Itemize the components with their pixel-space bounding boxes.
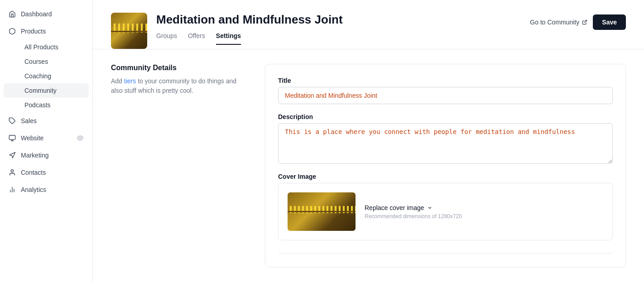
tag-icon (8, 117, 16, 125)
monitor-icon (8, 134, 16, 142)
go-to-community-button[interactable]: Go to Community (530, 19, 587, 26)
description-label: Description (278, 113, 613, 120)
sidebar-sub-item-community[interactable]: Community (4, 83, 89, 98)
replace-cover-hint: Recommended dimensions of 1280x720 (365, 213, 462, 220)
sidebar-item-contacts[interactable]: Contacts (0, 164, 92, 181)
replace-cover-button[interactable]: Replace cover image (365, 204, 462, 211)
sidebar-sub-item-courses[interactable]: Courses (4, 54, 89, 69)
sidebar-item-label: Sales (21, 117, 37, 124)
save-button[interactable]: Save (593, 14, 626, 30)
page-header-actions: Go to Community Save (530, 13, 626, 30)
cover-image-box: Replace cover image Recommended dimensio… (278, 183, 613, 240)
replace-cover-label: Replace cover image (365, 204, 424, 211)
form-divider (278, 253, 613, 253)
megaphone-icon (8, 151, 16, 159)
cover-image-label: Cover Image (278, 173, 613, 180)
section-title: Community Details (111, 64, 247, 72)
section-description: Community Details Add tiers to your comm… (111, 64, 247, 268)
sidebar-item-label: Products (21, 28, 46, 35)
community-settings-form: Title Description Cover Image (265, 64, 626, 268)
cover-image-field-group: Cover Image Replace cover image (278, 173, 613, 240)
sidebar-sub-item-podcasts[interactable]: Podcasts (4, 98, 89, 112)
sidebar-item-label: Dashboard (21, 10, 52, 18)
product-thumbnail (111, 13, 147, 49)
tab-groups[interactable]: Groups (156, 32, 177, 45)
title-input[interactable] (278, 87, 613, 104)
sidebar-item-dashboard[interactable]: Dashboard (0, 5, 92, 23)
title-field-group: Title (278, 77, 613, 104)
tiers-link[interactable]: tiers (124, 77, 136, 85)
go-to-community-label: Go to Community (530, 19, 579, 26)
svg-point-4 (79, 137, 81, 139)
svg-line-9 (584, 20, 587, 23)
sidebar-sub-item-coaching[interactable]: Coaching (4, 69, 89, 83)
cover-info: Replace cover image Recommended dimensio… (365, 204, 462, 220)
cover-thumbnail (288, 192, 356, 231)
description-field-group: Description (278, 113, 613, 164)
bar-chart-icon (8, 186, 16, 194)
page-tabs: Groups Offers Settings (156, 32, 521, 45)
eye-icon (76, 134, 84, 142)
sidebar-item-products[interactable]: Products (0, 23, 92, 40)
sidebar-item-website[interactable]: Website (0, 129, 92, 147)
content-area: Community Details Add tiers to your comm… (93, 49, 644, 282)
sidebar-item-marketing[interactable]: Marketing (0, 147, 92, 164)
tab-settings[interactable]: Settings (216, 32, 241, 45)
title-label: Title (278, 77, 613, 84)
svg-point-5 (11, 170, 13, 172)
sidebar: Dashboard Products All Products Courses … (0, 0, 93, 282)
sidebar-sub-item-all-products[interactable]: All Products (4, 40, 89, 54)
external-link-icon (582, 19, 587, 25)
cube-icon (8, 27, 16, 35)
sidebar-item-sales[interactable]: Sales (0, 112, 92, 129)
main-content: Meditation and Mindfulness Joint Groups … (93, 0, 644, 282)
person-circle-icon (8, 168, 16, 177)
svg-rect-1 (9, 135, 15, 139)
page-header-info: Meditation and Mindfulness Joint Groups … (156, 13, 521, 45)
house-icon (8, 10, 16, 18)
sidebar-item-label: Contacts (21, 169, 46, 176)
sidebar-item-analytics[interactable]: Analytics (0, 181, 92, 198)
sidebar-item-label: Analytics (21, 186, 46, 193)
page-title: Meditation and Mindfulness Joint (156, 13, 521, 27)
description-textarea[interactable] (278, 123, 613, 164)
section-desc: Add tiers to your community to do things… (111, 76, 247, 96)
sidebar-item-label: Website (21, 134, 43, 142)
chevron-down-icon (427, 205, 433, 210)
page-header: Meditation and Mindfulness Joint Groups … (93, 0, 644, 49)
sidebar-item-label: Marketing (21, 152, 48, 159)
tab-offers[interactable]: Offers (188, 32, 205, 45)
